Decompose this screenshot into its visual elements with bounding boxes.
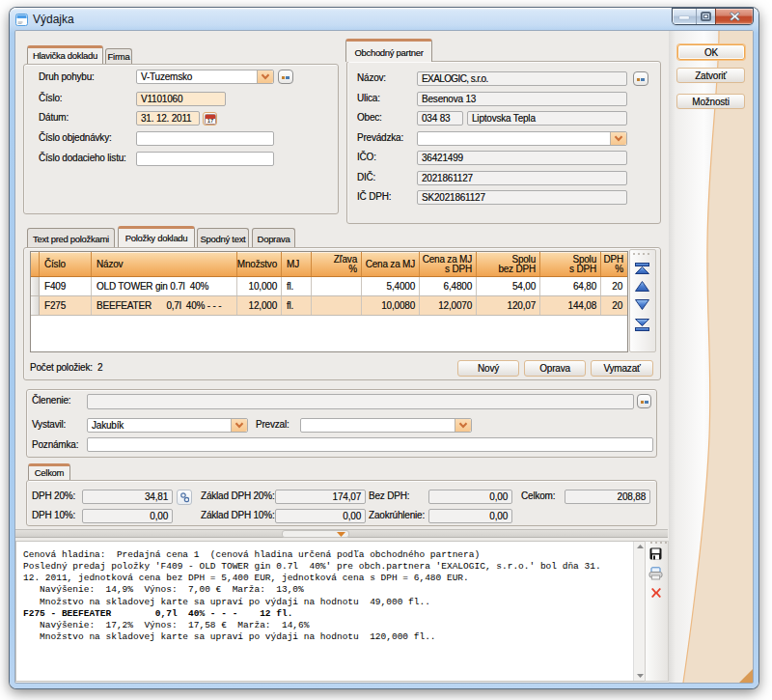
svg-text:17: 17 [207, 118, 213, 124]
